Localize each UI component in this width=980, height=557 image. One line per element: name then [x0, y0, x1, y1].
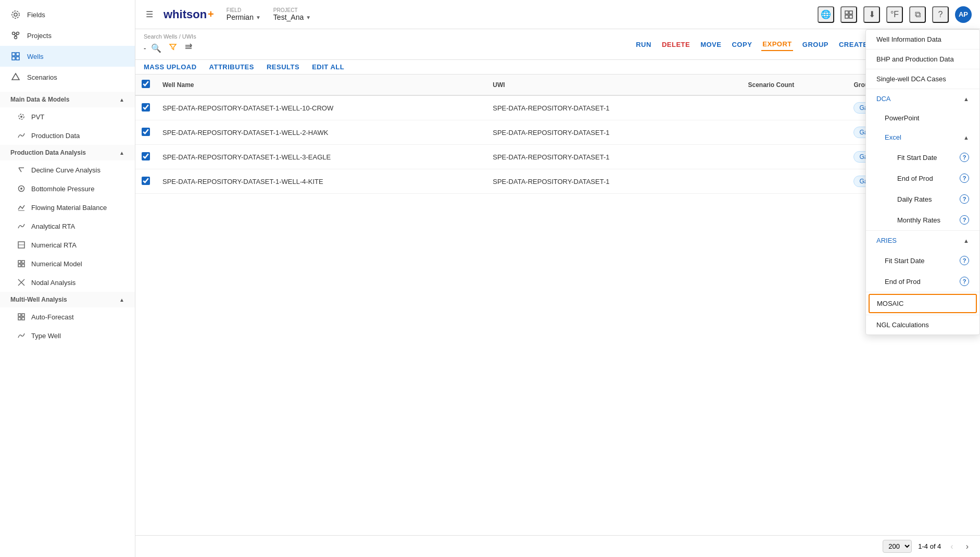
field-select[interactable]: Permian ▼: [227, 13, 261, 21]
dropdown-item-dca-powerpoint[interactable]: PowerPoint: [878, 108, 979, 128]
search-icon-button[interactable]: 🔍: [149, 41, 164, 55]
svg-rect-32: [845, 11, 848, 14]
download-icon-button[interactable]: ⬇: [863, 6, 880, 23]
dropdown-item-single-well-dca[interactable]: Single-well DCA Cases: [866, 69, 979, 89]
dropdown-item-ngl-calculations[interactable]: NGL Calculations: [866, 315, 979, 335]
row-checkbox-cell: [135, 95, 156, 120]
empty-cell: [719, 120, 742, 145]
dropdown-item-aries-end-of-prod[interactable]: End of Prod ?: [878, 271, 979, 292]
results-button[interactable]: RESULTS: [267, 63, 299, 71]
section-production-data-analysis[interactable]: Production Data Analysis ▲: [0, 145, 135, 160]
projects-icon: [10, 30, 21, 41]
move-button[interactable]: MOVE: [699, 39, 722, 51]
export-button[interactable]: EXPORT: [761, 38, 793, 51]
hamburger-menu-button[interactable]: ☰: [144, 7, 155, 21]
dca-fit-start-date-help-icon[interactable]: ?: [960, 153, 969, 162]
sidebar-item-nodal-analysis[interactable]: Nodal Analysis: [0, 273, 135, 292]
project-label: Project: [273, 7, 311, 13]
numerical-model-icon: [17, 259, 26, 268]
dropdown-section-dca[interactable]: DCA ▲: [866, 89, 979, 108]
dropdown-item-dca-end-of-prod[interactable]: End of Prod ?: [891, 168, 979, 189]
prev-page-button[interactable]: ‹: [947, 541, 956, 552]
sidebar-item-nodal-analysis-label: Nodal Analysis: [31, 279, 76, 287]
group-button[interactable]: GROUP: [801, 39, 830, 51]
user-avatar[interactable]: AP: [955, 6, 972, 23]
sidebar-item-numerical-model-label: Numerical Model: [31, 260, 82, 268]
section-multi-well-analysis[interactable]: Multi-Well Analysis ▲: [0, 292, 135, 307]
next-page-button[interactable]: ›: [963, 541, 972, 552]
sidebar-item-fields[interactable]: Fields: [0, 4, 135, 25]
dca-daily-rates-help-icon[interactable]: ?: [960, 194, 969, 204]
row-checkbox[interactable]: [142, 103, 150, 112]
table-row: SPE-DATA-REPOSITORY-DATASET-1-WELL-3-EAG…: [135, 145, 980, 169]
sidebar-item-production-data[interactable]: Production Data: [0, 126, 135, 145]
well-name-cell: SPE-DATA-REPOSITORY-DATASET-1-WELL-10-CR…: [156, 95, 486, 120]
row-checkbox[interactable]: [142, 128, 150, 136]
table-row: SPE-DATA-REPOSITORY-DATASET-1-WELL-2-HAW…: [135, 120, 980, 145]
sidebar-item-bottomhole-pressure[interactable]: Bottomhole Pressure: [0, 179, 135, 198]
dca-monthly-rates-help-icon[interactable]: ?: [960, 215, 969, 225]
svg-rect-28: [18, 314, 21, 316]
dropdown-item-aries-fit-start-date[interactable]: Fit Start Date ?: [878, 250, 979, 271]
project-dropdown-arrow: ▼: [306, 15, 311, 20]
chat-icon-button[interactable]: ⧉: [909, 6, 926, 23]
wells-content: Search Wells / UWIs - 🔍: [135, 29, 980, 557]
field-label: Field: [227, 7, 261, 13]
dropdown-item-well-information[interactable]: Well Information Data: [866, 30, 979, 49]
sidebar-item-flowing-material-balance-label: Flowing Material Balance: [31, 204, 107, 212]
grid-icon-button[interactable]: [840, 6, 857, 23]
empty-cell: [719, 145, 742, 169]
aries-end-of-prod-help-icon[interactable]: ?: [960, 277, 969, 286]
dropdown-item-bhp-production[interactable]: BHP and Production Data: [866, 49, 979, 69]
sidebar-item-analytical-rta[interactable]: Analytical RTA: [0, 217, 135, 236]
run-button[interactable]: RUN: [635, 39, 652, 51]
copy-button[interactable]: COPY: [731, 39, 753, 51]
scenario-count-cell: [742, 169, 847, 194]
wells-table: Well Name UWI Scenario Count Group SPE-D…: [135, 75, 980, 194]
section-production-data-analysis-label: Production Data Analysis: [10, 149, 86, 156]
sidebar-item-numerical-model[interactable]: Numerical Model: [0, 254, 135, 273]
sidebar-item-auto-forecast[interactable]: Auto-Forecast: [0, 307, 135, 326]
sidebar-item-numerical-rta[interactable]: Numerical RTA: [0, 236, 135, 254]
dropdown-section-aries-label: ARIES: [876, 237, 897, 244]
sidebar-item-type-well-label: Type Well: [31, 332, 61, 340]
filter-icon-button[interactable]: [167, 41, 179, 55]
section-main-data-models[interactable]: Main Data & Models ▲: [0, 92, 135, 107]
row-checkbox[interactable]: [142, 152, 150, 160]
sidebar-item-wells[interactable]: Wells: [0, 46, 135, 67]
empty-cell: [719, 169, 742, 194]
aries-fit-start-date-help-icon[interactable]: ?: [960, 256, 969, 265]
dropdown-item-dca-daily-rates[interactable]: Daily Rates ?: [891, 189, 979, 209]
header-uwi: UWI: [486, 75, 719, 95]
help-icon-button[interactable]: ?: [932, 6, 949, 23]
sidebar-item-auto-forecast-label: Auto-Forecast: [31, 313, 74, 321]
page-size-select[interactable]: 50 100 200 500: [883, 540, 912, 553]
globe-icon-button[interactable]: 🌐: [818, 6, 834, 23]
project-select[interactable]: Test_Ana ▼: [273, 13, 311, 21]
sidebar-item-projects[interactable]: Projects: [0, 25, 135, 46]
row-checkbox[interactable]: [142, 177, 150, 185]
temperature-icon-button[interactable]: °F: [886, 6, 903, 23]
dropdown-section-aries[interactable]: ARIES ▲: [866, 231, 979, 250]
sidebar-item-fields-label: Fields: [27, 11, 45, 19]
sidebar-item-scenarios[interactable]: Scenarios: [0, 67, 135, 88]
dropdown-item-mosaic[interactable]: MOSAIC: [870, 295, 976, 312]
sidebar-item-decline-curve[interactable]: Decline Curve Analysis: [0, 160, 135, 179]
uwi-cell: SPE-DATA-REPOSITORY-DATASET-1: [486, 95, 719, 120]
dropdown-item-dca-monthly-rates[interactable]: Monthly Rates ?: [891, 209, 979, 230]
dropdown-section-dca-excel[interactable]: Excel ▲: [878, 128, 979, 147]
select-all-checkbox[interactable]: [142, 80, 150, 88]
sidebar-item-pvt[interactable]: PVT: [0, 107, 135, 126]
edit-all-button[interactable]: EDIT ALL: [312, 63, 344, 71]
attributes-button[interactable]: ATTRIBUTES: [209, 63, 254, 71]
sort-icon-button[interactable]: [182, 41, 195, 55]
sidebar-item-flowing-material-balance[interactable]: Flowing Material Balance: [0, 198, 135, 217]
mass-upload-button[interactable]: MASS UPLOAD: [144, 63, 197, 71]
field-selector: Field Permian ▼: [227, 7, 261, 21]
dca-end-of-prod-help-icon[interactable]: ?: [960, 174, 969, 183]
well-name-cell: SPE-DATA-REPOSITORY-DATASET-1-WELL-4-KIT…: [156, 169, 486, 194]
sidebar-item-pvt-label: PVT: [31, 113, 44, 121]
dropdown-item-dca-fit-start-date[interactable]: Fit Start Date ?: [891, 147, 979, 168]
delete-button[interactable]: DELETE: [661, 39, 691, 51]
sidebar-item-type-well[interactable]: Type Well: [0, 326, 135, 345]
